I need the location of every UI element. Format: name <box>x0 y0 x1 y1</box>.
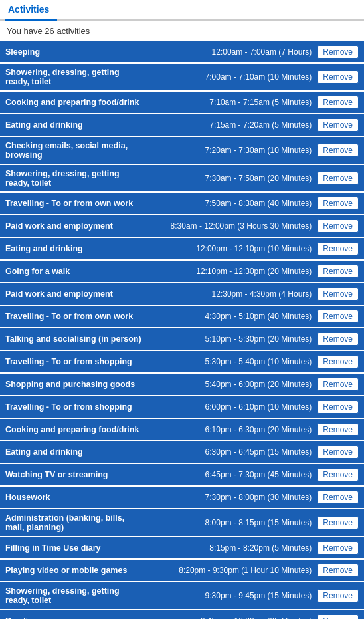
activity-name: Sleeping <box>5 47 125 57</box>
activity-time: 12:00am - 7:00am (7 Hours) <box>125 47 317 57</box>
activity-row: Eating and drinking12:00pm - 12:10pm (10… <box>0 238 364 261</box>
activity-name: Cooking and preparing food/drink <box>5 425 139 434</box>
activity-row: Going for a walk12:10pm - 12:30pm (20 Mi… <box>0 261 364 283</box>
remove-button[interactable]: Remove <box>317 564 359 577</box>
activity-row: Showering, dressing, getting ready, toil… <box>0 64 364 92</box>
activity-name: Paid work and employment <box>5 221 125 231</box>
activity-row: Cooking and preparing food/drink6:10pm -… <box>0 419 364 441</box>
activity-time: 5:30pm - 5:40pm (10 Minutes) <box>132 357 318 366</box>
activity-row: Housework7:30pm - 8:00pm (30 Minutes)Rem… <box>0 487 364 509</box>
remove-button[interactable]: Remove <box>317 287 359 301</box>
activity-row: Cooking and preparing food/drink7:10am -… <box>0 92 364 114</box>
remove-button[interactable]: Remove <box>317 118 359 132</box>
activity-row: Talking and socialising (in person)5:10p… <box>0 328 364 351</box>
activity-row: Checking emails, social media, browsing7… <box>0 137 364 165</box>
activity-row: Travelling - To or from shopping5:30pm -… <box>0 351 364 374</box>
remove-button[interactable]: Remove <box>317 516 359 529</box>
activity-row: Paid work and employment8:30am - 12:00pm… <box>0 215 364 238</box>
activity-name: Showering, dressing, getting ready, toil… <box>5 586 145 605</box>
activity-time: 9:30pm - 9:45pm (15 Minutes) <box>145 591 317 600</box>
activity-time: 5:10pm - 5:30pm (20 Minutes) <box>141 334 318 344</box>
activity-time: 6:45pm - 7:30pm (45 Minutes) <box>125 470 317 479</box>
activity-row: Filling in Time Use diary8:15pm - 8:20pm… <box>0 537 364 560</box>
activity-row: Showering, dressing, getting ready, toil… <box>0 582 364 610</box>
activity-name: Eating and drinking <box>5 244 125 253</box>
remove-button[interactable]: Remove <box>317 468 359 481</box>
remove-button[interactable]: Remove <box>317 242 359 255</box>
remove-button[interactable]: Remove <box>317 332 359 346</box>
remove-button[interactable]: Remove <box>317 491 359 504</box>
activity-row: Reading9:45pm - 10:20pm (35 Minutes)Remo… <box>0 610 364 619</box>
remove-button[interactable]: Remove <box>317 172 359 185</box>
activity-name: Filling in Time Use diary <box>5 543 125 553</box>
activity-name: Talking and socialising (in person) <box>5 334 141 344</box>
activity-time: 6:30pm - 6:45pm (15 Minutes) <box>125 447 317 457</box>
activity-time: 8:15pm - 8:20pm (5 Minutes) <box>125 543 317 553</box>
activity-time: 8:20pm - 9:30pm (1 Hour 10 Minutes) <box>127 566 317 575</box>
activity-name: Travelling - To or from own work <box>5 312 133 321</box>
activity-row: Paid work and employment12:30pm - 4:30pm… <box>0 283 364 306</box>
activity-name: Paid work and employment <box>5 289 125 299</box>
activity-time: 7:20am - 7:30am (10 Minutes) <box>145 146 317 155</box>
activity-time: 6:00pm - 6:10pm (10 Minutes) <box>132 402 318 412</box>
activity-row: Sleeping12:00am - 7:00am (7 Hours)Remove <box>0 41 364 64</box>
activity-time: 7:30am - 7:50am (20 Minutes) <box>145 174 317 183</box>
activity-name: Travelling - To or from shopping <box>5 402 132 412</box>
remove-button[interactable]: Remove <box>317 589 359 602</box>
activity-name: Reading <box>5 616 125 619</box>
tab-bar: Activities <box>0 0 364 21</box>
activity-name: Playing video or mobile games <box>5 566 127 575</box>
activity-time: 8:30am - 12:00pm (3 Hours 30 Minutes) <box>125 221 317 231</box>
activity-row: Showering, dressing, getting ready, toil… <box>0 165 364 193</box>
activity-row: Watching TV or streaming6:45pm - 7:30pm … <box>0 464 364 487</box>
activity-time: 12:30pm - 4:30pm (4 Hours) <box>125 289 317 299</box>
activity-time: 8:00pm - 8:15pm (15 Minutes) <box>145 518 317 527</box>
activity-name: Eating and drinking <box>5 120 125 130</box>
activity-time: 12:00pm - 12:10pm (10 Minutes) <box>125 244 317 253</box>
activity-row: Eating and drinking6:30pm - 6:45pm (15 M… <box>0 441 364 464</box>
activity-row: Travelling - To or from own work4:30pm -… <box>0 306 364 328</box>
activity-time: 7:00am - 7:10am (10 Minutes) <box>145 72 317 82</box>
remove-button[interactable]: Remove <box>317 144 359 157</box>
activity-time: 7:10am - 7:15am (5 Minutes) <box>139 98 317 107</box>
activity-list: Sleeping12:00am - 7:00am (7 Hours)Remove… <box>0 41 364 619</box>
activity-name: Showering, dressing, getting ready, toil… <box>5 68 145 86</box>
remove-button[interactable]: Remove <box>317 219 359 233</box>
remove-button[interactable]: Remove <box>317 70 359 84</box>
activity-row: Travelling - To or from shopping6:00pm -… <box>0 396 364 419</box>
activity-row: Travelling - To or from own work7:50am -… <box>0 193 364 215</box>
activity-name: Travelling - To or from own work <box>5 199 133 208</box>
remove-button[interactable]: Remove <box>317 445 359 459</box>
remove-button[interactable]: Remove <box>317 378 359 391</box>
activity-time: 4:30pm - 5:10pm (40 Minutes) <box>133 312 317 321</box>
remove-button[interactable]: Remove <box>317 45 359 59</box>
activity-time: 5:40pm - 6:00pm (20 Minutes) <box>135 380 317 389</box>
remove-button[interactable]: Remove <box>317 355 359 368</box>
activity-name: Cooking and preparing food/drink <box>5 98 139 107</box>
activity-time: 7:30pm - 8:00pm (30 Minutes) <box>125 493 317 502</box>
activity-name: Showering, dressing, getting ready, toil… <box>5 169 145 187</box>
activity-row: Eating and drinking7:15am - 7:20am (5 Mi… <box>0 114 364 137</box>
activity-time: 7:50am - 8:30am (40 Minutes) <box>133 199 317 208</box>
remove-button[interactable]: Remove <box>317 400 359 414</box>
activity-count: You have 26 activities <box>0 21 364 41</box>
tab-activities[interactable]: Activities <box>5 0 57 21</box>
remove-button[interactable]: Remove <box>317 541 359 555</box>
remove-button[interactable]: Remove <box>317 96 359 109</box>
remove-button[interactable]: Remove <box>317 265 359 278</box>
activity-name: Going for a walk <box>5 267 125 276</box>
remove-button[interactable]: Remove <box>317 423 359 436</box>
activity-row: Administration (banking, bills, mail, pl… <box>0 509 364 537</box>
remove-button[interactable]: Remove <box>317 197 359 210</box>
activity-time: 7:15am - 7:20am (5 Minutes) <box>125 120 317 130</box>
remove-button[interactable]: Remove <box>317 614 359 619</box>
remove-button[interactable]: Remove <box>317 310 359 323</box>
activity-name: Watching TV or streaming <box>5 470 125 479</box>
activity-row: Playing video or mobile games8:20pm - 9:… <box>0 560 364 582</box>
activity-name: Eating and drinking <box>5 447 125 457</box>
activity-name: Administration (banking, bills, mail, pl… <box>5 513 145 532</box>
activity-name: Checking emails, social media, browsing <box>5 141 145 160</box>
activity-name: Travelling - To or from shopping <box>5 357 132 366</box>
activity-row: Shopping and purchasing goods5:40pm - 6:… <box>0 374 364 396</box>
activity-time: 12:10pm - 12:30pm (20 Minutes) <box>125 267 317 276</box>
